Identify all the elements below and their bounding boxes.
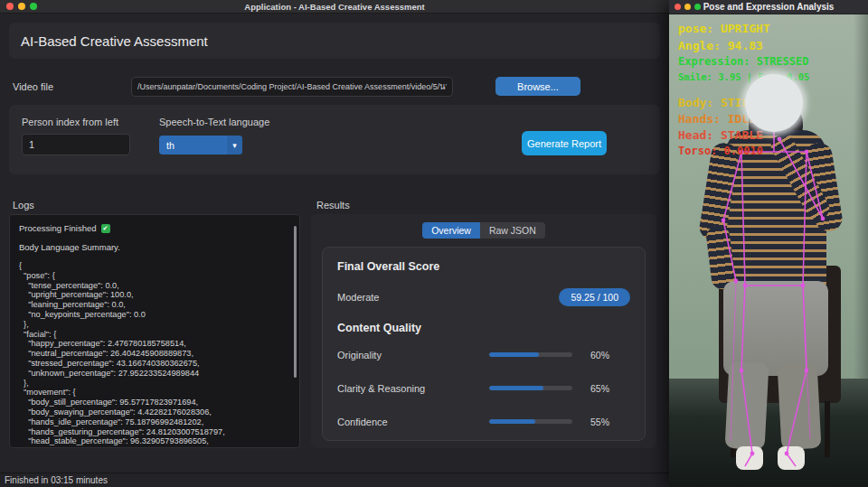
minimize-window-icon[interactable]	[18, 3, 25, 10]
metric-label: Clarity & Reasoning	[337, 383, 489, 394]
main-window: Application - AI-Based Creative Assessme…	[0, 0, 669, 487]
person-index-label: Person index from left	[22, 117, 118, 127]
overlay-pose-text: pose: UPRIGHT	[678, 22, 770, 35]
content-quality-heading: Content Quality	[337, 322, 630, 334]
progress-fill	[489, 419, 535, 424]
results-tabs: Overview Raw JSON	[311, 222, 656, 239]
results-section-label: Results	[316, 200, 350, 211]
window-controls	[0, 3, 37, 10]
window-title: Application - AI-Based Creative Assessme…	[0, 2, 669, 12]
metric-row-clarity: Clarity & Reasoning 65%	[337, 371, 630, 405]
zoom-window-icon[interactable]	[30, 3, 37, 10]
results-card: Final Overall Score Moderate 59.25 / 100…	[322, 247, 646, 441]
pose-titlebar: Pose and Expression Analysis	[669, 0, 868, 14]
metric-row-originality: Originality 60%	[337, 338, 630, 371]
logs-scrollbar[interactable]	[294, 226, 297, 378]
video-file-label: Video file	[13, 81, 53, 92]
overlay-angle-text: Angle: 94.83	[678, 39, 763, 52]
overall-score-row: Moderate 59.25 / 100	[337, 288, 630, 306]
close-window-icon[interactable]	[675, 4, 681, 10]
overlay-torso-text: Torso: 0.0010	[678, 145, 763, 157]
language-label: Speech-to-Text language	[159, 117, 269, 127]
video-frame: pose: UPRIGHT Angle: 94.83 Expression: S…	[669, 14, 868, 487]
metric-label: Originality	[337, 350, 489, 361]
overlay-head-text: Head: STABLE	[678, 128, 763, 142]
person-index-input[interactable]	[22, 134, 130, 155]
progress-bar	[489, 419, 572, 424]
minimize-window-icon[interactable]	[684, 4, 691, 10]
browse-button[interactable]: Browse...	[495, 77, 580, 96]
video-file-input[interactable]	[131, 77, 453, 97]
overall-score-heading: Final Overall Score	[337, 260, 630, 273]
language-select[interactable]: th ▾	[159, 136, 242, 155]
zoom-window-icon[interactable]	[694, 4, 701, 10]
tab-overview[interactable]: Overview	[422, 222, 480, 239]
log-json-output: { "pose": { "tense_percentage": 0.0, "up…	[19, 261, 290, 446]
log-finished-line: Processing Finished ✔	[19, 223, 290, 233]
check-icon: ✔	[101, 224, 110, 233]
main-titlebar: Application - AI-Based Creative Assessme…	[0, 0, 669, 14]
logs-panel[interactable]: Processing Finished ✔ Body Language Summ…	[9, 214, 300, 448]
status-bar: Finished in 03:15 minutes	[0, 473, 669, 487]
pose-window: Pose and Expression Analysis	[669, 0, 868, 487]
progress-fill	[489, 352, 539, 357]
metric-label: Confidence	[337, 417, 489, 427]
logs-section-label: Logs	[13, 200, 34, 211]
overlay-hands-text: Hands: IDLE	[678, 112, 756, 126]
window-controls	[669, 4, 701, 10]
progress-bar	[489, 386, 572, 390]
close-window-icon[interactable]	[6, 3, 14, 10]
metric-row-confidence: Confidence 55%	[337, 405, 630, 438]
results-panel: Overview Raw JSON Final Overall Score Mo…	[311, 214, 656, 448]
parameters-card: Person index from left Speech-to-Text la…	[9, 105, 660, 174]
log-summary-line: Body Language Summary.	[19, 242, 290, 252]
metric-percent: 65%	[590, 383, 609, 394]
metric-percent: 55%	[590, 417, 609, 427]
page-title: AI-Based Creative Assessment	[21, 33, 208, 49]
tab-raw-json[interactable]: Raw JSON	[480, 222, 545, 239]
overlay-expression-text: Expression: STRESSED	[678, 55, 809, 68]
generate-report-button[interactable]: Generate Report	[522, 131, 607, 155]
log-finished-text: Processing Finished	[19, 223, 97, 233]
chevron-down-icon: ▾	[227, 136, 242, 155]
progress-bar	[489, 352, 572, 357]
score-level-label: Moderate	[337, 292, 379, 303]
language-select-value: th	[159, 140, 227, 151]
score-badge: 59.25 / 100	[559, 288, 630, 306]
metric-percent: 60%	[590, 350, 609, 361]
face-blur-circle	[745, 74, 803, 132]
header-card: AI-Based Creative Assessment	[9, 23, 660, 59]
content-quality-metrics: Originality 60% Clarity & Reasoning 65% …	[337, 338, 630, 438]
progress-fill	[489, 386, 543, 390]
